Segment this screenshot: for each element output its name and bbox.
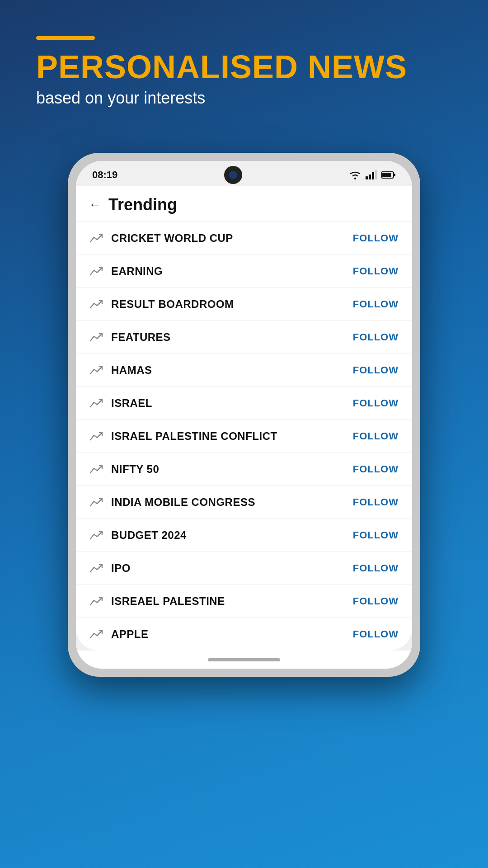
trending-item: NIFTY 50FOLLOW bbox=[76, 453, 412, 486]
home-bar bbox=[208, 658, 280, 661]
trending-item-name: EARNING bbox=[111, 265, 163, 278]
trending-item-name: CRICKET WORLD CUP bbox=[111, 232, 233, 245]
trending-item: ISRAELFOLLOW bbox=[76, 387, 412, 420]
trending-item-name: HAMAS bbox=[111, 364, 152, 377]
status-time: 08:19 bbox=[92, 169, 117, 181]
header-section: PERSONALISED NEWS based on your interest… bbox=[18, 27, 470, 126]
trending-item: RESULT BOARDROOMFOLLOW bbox=[76, 288, 412, 321]
trending-item-name: NIFTY 50 bbox=[111, 463, 159, 476]
trending-arrow-icon bbox=[89, 365, 103, 376]
phone-screen: 08:19 bbox=[76, 161, 412, 669]
follow-button[interactable]: FOLLOW bbox=[353, 628, 399, 640]
trending-item-left: BUDGET 2024 bbox=[89, 529, 187, 542]
trending-item-left: CRICKET WORLD CUP bbox=[89, 232, 233, 245]
trending-item-name: ISREAEL PALESTINE bbox=[111, 595, 225, 608]
main-subtitle: based on your interests bbox=[36, 89, 452, 108]
follow-button[interactable]: FOLLOW bbox=[353, 496, 399, 508]
follow-button[interactable]: FOLLOW bbox=[353, 397, 399, 409]
trending-item-name: IPO bbox=[111, 562, 131, 575]
signal-icon bbox=[365, 170, 378, 180]
trending-item-left: IPO bbox=[89, 562, 131, 575]
trending-item-name: FEATURES bbox=[111, 331, 171, 344]
svg-rect-1 bbox=[366, 176, 368, 179]
trending-item-left: EARNING bbox=[89, 265, 163, 278]
trending-item-name: RESULT BOARDROOM bbox=[111, 298, 234, 311]
svg-rect-6 bbox=[382, 173, 391, 177]
svg-point-0 bbox=[354, 178, 356, 179]
page-title: Trending bbox=[108, 195, 177, 214]
status-icons bbox=[349, 170, 396, 180]
trending-item: CRICKET WORLD CUPFOLLOW bbox=[76, 222, 412, 255]
trending-arrow-icon bbox=[89, 431, 103, 442]
trending-arrow-icon bbox=[89, 299, 103, 310]
trending-list: CRICKET WORLD CUPFOLLOW EARNINGFOLLOW RE… bbox=[76, 222, 412, 651]
battery-icon bbox=[381, 171, 396, 179]
trending-item: HAMASFOLLOW bbox=[76, 354, 412, 387]
trending-item-name: INDIA MOBILE CONGRESS bbox=[111, 496, 255, 509]
trending-arrow-icon bbox=[89, 233, 103, 244]
back-button[interactable]: ← bbox=[89, 198, 101, 212]
trending-item: EARNINGFOLLOW bbox=[76, 255, 412, 288]
wifi-icon bbox=[349, 170, 361, 180]
svg-rect-4 bbox=[375, 170, 377, 179]
follow-button[interactable]: FOLLOW bbox=[353, 364, 399, 376]
phone-content: ← Trending CRICKET WORLD CUPFOLLOW EARNI… bbox=[76, 186, 412, 651]
trending-arrow-icon bbox=[89, 266, 103, 277]
follow-button[interactable]: FOLLOW bbox=[353, 265, 399, 277]
camera-notch bbox=[224, 166, 242, 184]
trending-arrow-icon bbox=[89, 464, 103, 475]
trending-arrow-icon bbox=[89, 629, 103, 640]
follow-button[interactable]: FOLLOW bbox=[353, 232, 399, 244]
follow-button[interactable]: FOLLOW bbox=[353, 562, 399, 574]
trending-item: INDIA MOBILE CONGRESSFOLLOW bbox=[76, 486, 412, 519]
home-indicator bbox=[76, 651, 412, 669]
trending-item-name: ISRAEL bbox=[111, 397, 152, 410]
trending-item-left: ISREAEL PALESTINE bbox=[89, 595, 225, 608]
trending-item-left: RESULT BOARDROOM bbox=[89, 298, 234, 311]
trending-item-name: ISRAEL PALESTINE CONFLICT bbox=[111, 430, 277, 443]
trending-item-left: ISRAEL bbox=[89, 397, 152, 410]
svg-rect-2 bbox=[369, 175, 371, 179]
main-title: PERSONALISED NEWS bbox=[36, 51, 452, 83]
trending-item: FEATURESFOLLOW bbox=[76, 321, 412, 354]
trending-item: ISREAEL PALESTINEFOLLOW bbox=[76, 585, 412, 618]
trending-item-left: HAMAS bbox=[89, 364, 152, 377]
trending-arrow-icon bbox=[89, 596, 103, 607]
trending-item-left: NIFTY 50 bbox=[89, 463, 159, 476]
trending-arrow-icon bbox=[89, 398, 103, 409]
trending-item: IPOFOLLOW bbox=[76, 552, 412, 585]
trending-arrow-icon bbox=[89, 332, 103, 343]
trending-item-left: FEATURES bbox=[89, 331, 171, 344]
trending-arrow-icon bbox=[89, 530, 103, 541]
follow-button[interactable]: FOLLOW bbox=[353, 529, 399, 541]
follow-button[interactable]: FOLLOW bbox=[353, 331, 399, 343]
nav-bar: ← Trending bbox=[76, 186, 412, 222]
trending-item-name: APPLE bbox=[111, 628, 149, 641]
follow-button[interactable]: FOLLOW bbox=[353, 595, 399, 607]
svg-rect-3 bbox=[372, 172, 374, 179]
trending-item-name: BUDGET 2024 bbox=[111, 529, 187, 542]
svg-rect-7 bbox=[394, 174, 395, 176]
trending-arrow-icon bbox=[89, 497, 103, 508]
camera-lens bbox=[229, 171, 237, 179]
trending-item: APPLEFOLLOW bbox=[76, 618, 412, 651]
follow-button[interactable]: FOLLOW bbox=[353, 463, 399, 475]
follow-button[interactable]: FOLLOW bbox=[353, 430, 399, 442]
trending-item: ISRAEL PALESTINE CONFLICTFOLLOW bbox=[76, 420, 412, 453]
trending-arrow-icon bbox=[89, 563, 103, 574]
status-bar: 08:19 bbox=[76, 161, 412, 186]
trending-item-left: INDIA MOBILE CONGRESS bbox=[89, 496, 255, 509]
follow-button[interactable]: FOLLOW bbox=[353, 298, 399, 310]
trending-item: BUDGET 2024FOLLOW bbox=[76, 519, 412, 552]
accent-line bbox=[36, 36, 95, 40]
trending-item-left: APPLE bbox=[89, 628, 149, 641]
phone-mockup: 08:19 bbox=[68, 153, 420, 677]
trending-item-left: ISRAEL PALESTINE CONFLICT bbox=[89, 430, 277, 443]
